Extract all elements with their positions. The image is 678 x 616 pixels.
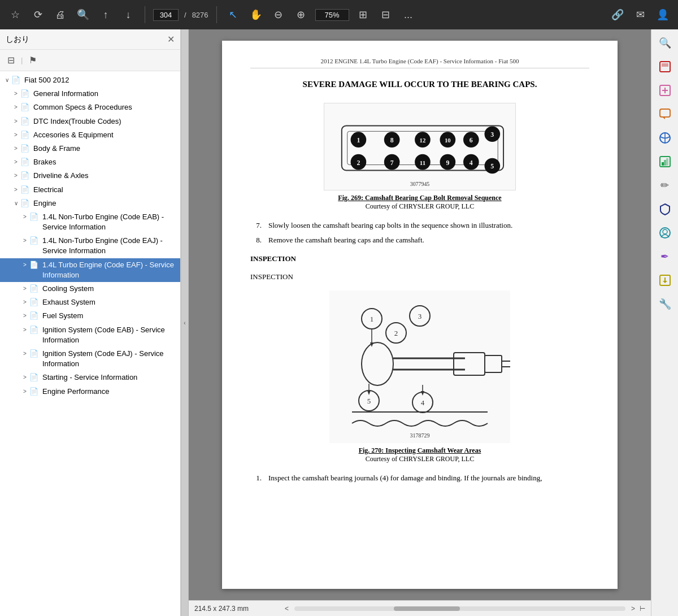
tree-label: General Information <box>33 89 176 99</box>
tree-item-exhaust[interactable]: > 📄 Exhaust System <box>0 296 180 309</box>
horizontal-scrollbar[interactable] <box>294 606 625 611</box>
tree-item-14l-turbo-eaf[interactable]: > 📄 1.4L Turbo Engine (Code EAF) - Servi… <box>0 258 180 282</box>
color-page-icon[interactable] <box>655 57 675 77</box>
doc-icon: 📄 <box>29 260 40 270</box>
cloud-icon[interactable]: ⟳ <box>29 6 46 23</box>
cursor-icon[interactable]: ↖ <box>225 6 242 23</box>
step-7-text: Slowly loosen the camshaft bearing cap b… <box>268 220 512 231</box>
tree-label: Brakes <box>33 157 176 167</box>
svg-text:8: 8 <box>390 136 394 144</box>
svg-text:12: 12 <box>420 137 426 144</box>
sidebar-tree: ∨ 📄 Fiat 500 2012 > 📄 General Informatio… <box>0 71 180 616</box>
shield-icon[interactable] <box>655 199 675 219</box>
upload-icon[interactable]: ↑ <box>97 6 114 23</box>
expand-arrow: ∨ <box>2 76 11 84</box>
sidebar-title: しおり <box>6 34 167 45</box>
tree-label: Exhaust System <box>42 297 176 307</box>
sidebar-header: しおり ✕ <box>0 29 180 50</box>
pdf-viewer[interactable]: 2012 ENGINE 1.4L Turbo Engine (Code EAF)… <box>189 29 651 600</box>
pdf-page: 2012 ENGINE 1.4L Turbo Engine (Code EAF)… <box>222 41 618 589</box>
user-icon[interactable]: 👤 <box>654 6 671 23</box>
tree-item-accessories[interactable]: > 📄 Accesories & Equipment <box>0 128 180 142</box>
tree-label: Engine Performance <box>42 387 176 397</box>
tree-label: 1.4L Non-Turbo Engine (Code EAJ) - Servi… <box>42 236 176 256</box>
expand-arrow: ∨ <box>11 199 20 207</box>
tree-item-dtc-index[interactable]: > 📄 DTC Index(Trouble Codes) <box>0 115 180 128</box>
tree-label: Common Specs & Procedures <box>33 102 176 112</box>
doc-icon: 📄 <box>29 372 40 383</box>
doc-icon: 📄 <box>29 325 40 335</box>
zoom-minus-icon[interactable]: ⊖ <box>270 6 287 23</box>
tree-item-14l-eab[interactable]: > 📄 1.4L Non-Turbo Engine (Code EAB) - S… <box>0 210 180 234</box>
print-icon[interactable]: 🖨 <box>52 6 69 23</box>
tree-label: Fuel System <box>42 311 176 321</box>
hand-icon[interactable]: ✋ <box>247 6 264 23</box>
svg-text:9: 9 <box>446 159 449 167</box>
sidebar-collapse-handle[interactable]: ‹ <box>181 29 189 616</box>
download-icon[interactable]: ↓ <box>120 6 137 23</box>
svg-text:2: 2 <box>394 329 398 337</box>
tree-label: Ignition System (Code EAB) - Service Inf… <box>42 325 176 345</box>
bookmark-list-icon[interactable]: ⊟ <box>6 53 16 67</box>
tree-item-cooling[interactable]: > 📄 Cooling System <box>0 282 180 296</box>
svg-text:3077945: 3077945 <box>410 181 430 187</box>
svg-rect-24 <box>454 353 485 375</box>
step-8-num: 8. <box>250 235 262 246</box>
tree-item-fuel[interactable]: > 📄 Fuel System <box>0 309 180 323</box>
separator2 <box>216 6 217 23</box>
doc-icon: 📄 <box>20 157 31 167</box>
doc-icon: 📄 <box>29 349 40 359</box>
tree-item-fiat500[interactable]: ∨ 📄 Fiat 500 2012 <box>0 73 180 87</box>
fig-270-link[interactable]: Fig. 270: Inspecting Camshaft Wear Areas <box>359 446 481 454</box>
svg-rect-51 <box>664 160 666 166</box>
tree-item-starting[interactable]: > 📄 Starting - Service Information <box>0 371 180 384</box>
status-bar: 214.5 x 247.3 mm < > ⊢ <box>189 600 651 616</box>
doc-icon: 📄 <box>20 116 31 127</box>
tree-item-common-specs[interactable]: > 📄 Common Specs & Procedures <box>0 101 180 114</box>
separator1 <box>145 6 145 23</box>
zoom-plus-icon[interactable]: ⊕ <box>293 6 310 23</box>
fit-icon[interactable]: ⊞ <box>355 6 372 23</box>
fig-269-caption: Fig. 269: Camshaft Bearing Cap Bolt Remo… <box>338 194 501 211</box>
signature-icon[interactable]: ✒ <box>655 246 675 267</box>
zoom-tool-icon[interactable]: 🔍 <box>655 33 675 53</box>
collapse-right-btn[interactable]: ⊢ <box>640 605 645 613</box>
tree-item-brakes[interactable]: > 📄 Brakes <box>0 155 180 169</box>
layout-icon[interactable]: ⊟ <box>377 6 394 23</box>
download-page-icon[interactable] <box>655 270 675 290</box>
pencil-icon[interactable]: ✏ <box>655 175 675 196</box>
comment-icon[interactable] <box>655 104 675 124</box>
tree-item-ignition-eab[interactable]: > 📄 Ignition System (Code EAB) - Service… <box>0 323 180 347</box>
fig-269-link[interactable]: Fig. 269: Camshaft Bearing Cap Bolt Remo… <box>338 194 501 202</box>
tree-item-engine[interactable]: ∨ 📄 Engine <box>0 197 180 210</box>
user-circle-icon[interactable] <box>655 223 675 243</box>
status-scroll-left[interactable]: < <box>285 605 289 613</box>
zoom-out-icon[interactable]: 🔍 <box>75 6 92 23</box>
flag-icon[interactable]: ⚑ <box>27 53 38 67</box>
svg-point-54 <box>663 229 667 234</box>
status-scroll-right[interactable]: > <box>631 605 635 613</box>
step-1-text: Inspect the camshaft bearing journals (4… <box>268 472 542 484</box>
chart-icon[interactable] <box>655 151 675 172</box>
tree-item-ignition-eaj[interactable]: > 📄 Ignition System (Code EAJ) - Service… <box>0 347 180 371</box>
tree-item-engine-perf[interactable]: > 📄 Engine Performance <box>0 385 180 398</box>
tree-item-electrical[interactable]: > 📄 Electrical <box>0 183 180 197</box>
zoom-input[interactable] <box>315 9 349 21</box>
expand-arrow: > <box>20 374 29 381</box>
link-icon[interactable]: 🔗 <box>609 6 626 23</box>
translate-icon[interactable] <box>655 128 675 148</box>
add-page-icon[interactable] <box>655 80 675 101</box>
tree-item-body-frame[interactable]: > 📄 Body & Frame <box>0 142 180 155</box>
sidebar-close-button[interactable]: ✕ <box>167 34 175 45</box>
tree-item-driveline[interactable]: > 📄 Driveline & Axles <box>0 169 180 183</box>
page-input[interactable] <box>153 9 179 21</box>
settings-wrench-icon[interactable]: 🔧 <box>655 294 675 314</box>
mail-icon[interactable]: ✉ <box>632 6 649 23</box>
more-icon[interactable]: ... <box>400 6 417 23</box>
expand-arrow: > <box>20 350 29 358</box>
doc-icon: 📄 <box>29 284 40 294</box>
tree-item-14l-eaj[interactable]: > 📄 1.4L Non-Turbo Engine (Code EAJ) - S… <box>0 234 180 258</box>
expand-arrow: > <box>20 312 29 320</box>
tree-item-general-info[interactable]: > 📄 General Information <box>0 87 180 101</box>
bookmark-icon[interactable]: ☆ <box>7 6 24 23</box>
